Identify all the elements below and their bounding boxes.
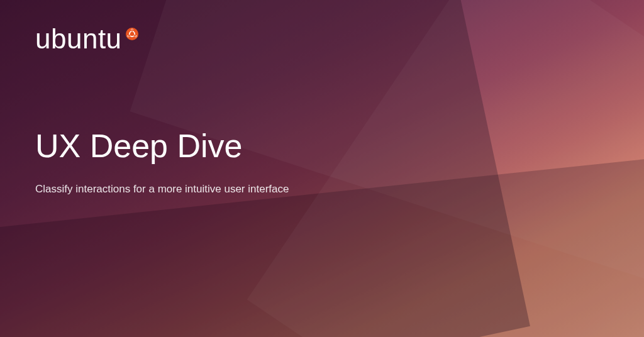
slide-content: ubuntu UX Deep [0,0,644,337]
ubuntu-logo: ubuntu [35,25,609,53]
slide-title: UX Deep Dive [35,128,609,164]
title-slide: ubuntu UX Deep [0,0,644,337]
ubuntu-circle-of-friends-icon [126,28,138,40]
ubuntu-wordmark: ubuntu [35,25,122,53]
slide-subtitle: Classify interactions for a more intuiti… [35,183,609,196]
